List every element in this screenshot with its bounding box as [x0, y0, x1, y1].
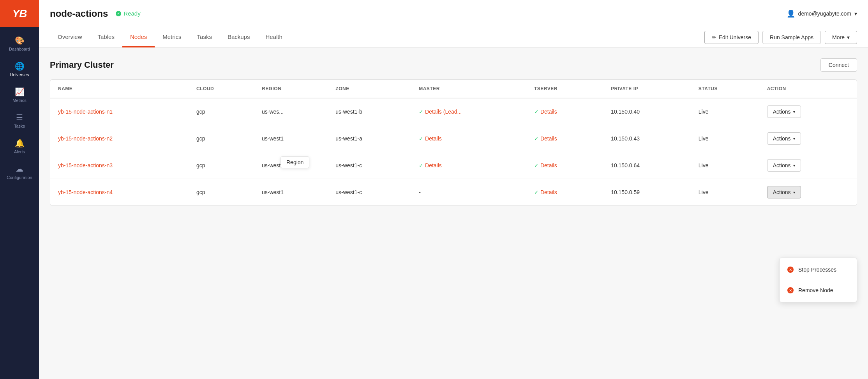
user-menu[interactable]: 👤 demo@yugabyte.com ▾	[787, 9, 857, 18]
cell-master: ✓ Details	[411, 152, 526, 179]
tab-metrics[interactable]: Metrics	[155, 27, 189, 47]
col-zone: ZONE	[328, 80, 411, 98]
username: demo@yugabyte.com	[798, 11, 851, 17]
col-action: ACTION	[759, 80, 857, 98]
more-label: More	[832, 34, 845, 40]
dashboard-icon: 🎨	[15, 37, 25, 44]
run-apps-label: Run Sample Apps	[770, 34, 813, 40]
region-tooltip: Region	[281, 156, 309, 168]
remove-icon: ✕	[787, 287, 794, 293]
sidebar-item-dashboard[interactable]: 🎨 Dashboard	[0, 31, 39, 57]
cell-master: -	[411, 179, 526, 206]
region-tooltip-label: Region	[286, 159, 303, 165]
cell-tserver: ✓ Details	[526, 125, 603, 152]
col-name: NAME	[50, 80, 189, 98]
dropdown-divider	[780, 280, 857, 280]
tab-nodes[interactable]: Nodes	[122, 27, 155, 47]
user-icon: 👤	[787, 9, 795, 18]
cell-tserver: ✓ Details	[526, 98, 603, 125]
connect-button[interactable]: Connect	[820, 58, 857, 72]
master-details-link[interactable]: Details	[425, 135, 442, 142]
remove-node-label: Remove Node	[798, 287, 833, 293]
sidebar: YB 🎨 Dashboard 🌐 Universes 📈 Metrics ☰ T…	[0, 0, 39, 379]
sidebar-label-tasks: Tasks	[14, 124, 25, 128]
sidebar-item-metrics[interactable]: 📈 Metrics	[0, 82, 39, 108]
cell-private-ip: 10.150.0.59	[603, 179, 691, 206]
master-details-link[interactable]: Details	[425, 162, 442, 168]
main-content: node-actions Ready 👤 demo@yugabyte.com ▾…	[39, 0, 868, 379]
node-name-link[interactable]: yb-15-node-actions-n3	[58, 162, 113, 168]
cell-status: Live	[691, 125, 759, 152]
tserver-check-icon: ✓	[534, 189, 540, 195]
sidebar-label-dashboard: Dashboard	[9, 47, 30, 51]
sidebar-item-configuration[interactable]: ☁ Configuration	[0, 160, 39, 185]
cell-cloud: gcp	[189, 125, 254, 152]
topbar: node-actions Ready 👤 demo@yugabyte.com ▾	[39, 0, 868, 27]
page-title: node-actions	[50, 8, 108, 19]
actions-button-row-3[interactable]: Actions ▾	[767, 159, 801, 172]
metrics-icon: 📈	[15, 88, 25, 96]
actions-arrow-icon: ▾	[793, 110, 795, 114]
actions-button-row-2[interactable]: Actions ▾	[767, 132, 801, 145]
tab-tasks[interactable]: Tasks	[189, 27, 220, 47]
edit-pencil-icon: ✏	[712, 34, 716, 40]
tab-health[interactable]: Health	[258, 27, 290, 47]
universes-icon: 🌐	[15, 62, 25, 70]
tab-tables[interactable]: Tables	[90, 27, 122, 47]
tserver-details-link[interactable]: Details	[540, 135, 557, 142]
cell-private-ip: 10.150.0.40	[603, 98, 691, 125]
status-label: Ready	[123, 10, 140, 17]
actions-button-row-4[interactable]: Actions ▾	[767, 186, 801, 198]
cell-tserver: ✓ Details	[526, 179, 603, 206]
cell-status: Live	[691, 152, 759, 179]
col-master: MASTER	[411, 80, 526, 98]
col-region: REGION	[254, 80, 328, 98]
logo-text: YB	[12, 7, 27, 20]
node-name-link[interactable]: yb-15-node-actions-n2	[58, 135, 113, 142]
nav-tabs: Overview Tables Nodes Metrics Tasks Back…	[39, 27, 868, 47]
cell-private-ip: 10.150.0.43	[603, 125, 691, 152]
more-arrow-icon: ▾	[847, 34, 850, 40]
node-name-link[interactable]: yb-15-node-actions-n4	[58, 189, 113, 195]
stop-icon: ✕	[787, 267, 794, 273]
cell-name: yb-15-node-actions-n3	[50, 152, 189, 179]
sidebar-label-universes: Universes	[10, 72, 29, 77]
master-check-icon: ✓	[419, 109, 425, 115]
dropdown-remove-node[interactable]: ✕ Remove Node	[780, 282, 857, 299]
col-status: STATUS	[691, 80, 759, 98]
cell-cloud: gcp	[189, 152, 254, 179]
actions-arrow-icon: ▾	[793, 137, 795, 141]
sidebar-item-universes[interactable]: 🌐 Universes	[0, 57, 39, 82]
tab-overview[interactable]: Overview	[50, 27, 90, 47]
stop-processes-label: Stop Processes	[798, 267, 836, 273]
app-logo[interactable]: YB	[0, 0, 39, 27]
actions-button-row-1[interactable]: Actions ▾	[767, 105, 801, 118]
dropdown-stop-processes[interactable]: ✕ Stop Processes	[780, 261, 857, 278]
tserver-details-link[interactable]: Details	[540, 162, 557, 168]
cell-action: Actions ▾	[759, 125, 857, 152]
cell-zone: us-west1-c	[328, 152, 411, 179]
tserver-details-link[interactable]: Details	[540, 189, 557, 195]
tab-backups[interactable]: Backups	[220, 27, 258, 47]
master-details-link[interactable]: Details (Lead...	[425, 109, 462, 115]
cell-master: ✓ Details	[411, 125, 526, 152]
section-title: Primary Cluster	[50, 60, 114, 70]
master-check-icon: ✓	[419, 135, 425, 142]
cell-action: Actions ▾	[759, 98, 857, 125]
cell-master: ✓ Details (Lead...	[411, 98, 526, 125]
cell-private-ip: 10.150.0.64	[603, 152, 691, 179]
tserver-details-link[interactable]: Details	[540, 109, 557, 115]
table-row: yb-15-node-actions-n4gcpus-west1us-west1…	[50, 179, 857, 206]
nodes-table: NAME CLOUD REGION ZONE MASTER TSERVER PR…	[50, 80, 857, 205]
cell-action: Actions ▾	[759, 152, 857, 179]
node-name-link[interactable]: yb-15-node-actions-n1	[58, 109, 113, 115]
sidebar-item-alerts[interactable]: 🔔 Alerts	[0, 134, 39, 160]
nodes-table-container: NAME CLOUD REGION ZONE MASTER TSERVER PR…	[50, 79, 857, 206]
cell-action: Actions ▾	[759, 179, 857, 206]
tab-actions: ✏ Edit Universe Run Sample Apps More ▾	[704, 31, 857, 44]
cell-region: us-wes...	[254, 98, 328, 125]
more-button[interactable]: More ▾	[825, 31, 857, 44]
edit-universe-button[interactable]: ✏ Edit Universe	[704, 31, 759, 44]
sidebar-item-tasks[interactable]: ☰ Tasks	[0, 108, 39, 134]
run-sample-apps-button[interactable]: Run Sample Apps	[762, 31, 821, 44]
